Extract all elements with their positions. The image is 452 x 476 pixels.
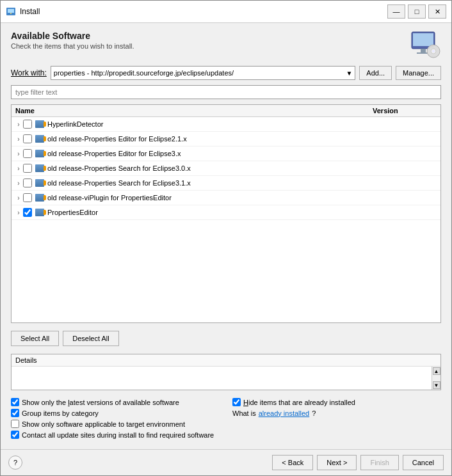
list-items-container: › HyperlinkDetector › old release-Proper… bbox=[12, 117, 440, 220]
details-section: Details ▲ ▼ bbox=[11, 354, 441, 390]
list-header: Name Version bbox=[12, 105, 440, 117]
options-row-2: Group items by category What is already … bbox=[11, 409, 441, 417]
show-latest-option: Show only the latest versions of availab… bbox=[11, 398, 220, 406]
svg-rect-1 bbox=[8, 9, 14, 13]
next-button[interactable]: Next > bbox=[317, 455, 357, 470]
item-name: old release-Properties Editor for Eclips… bbox=[47, 135, 374, 143]
work-with-dropdown[interactable]: properties - http://propedit.sourceforge… bbox=[51, 66, 356, 80]
list-item: › old release-Properties Editor for Ecli… bbox=[12, 132, 440, 147]
group-by-category-checkbox[interactable] bbox=[11, 409, 19, 417]
software-list: Name Version › HyperlinkDetector › old r… bbox=[11, 104, 441, 323]
hide-installed-option: Hide items that are already installed bbox=[232, 398, 441, 406]
col-version-header: Version bbox=[373, 107, 437, 115]
svg-point-2 bbox=[10, 13, 12, 14]
item-name: HyperlinkDetector bbox=[47, 120, 374, 128]
dropdown-arrow-icon: ▼ bbox=[346, 70, 352, 77]
details-scrollbar[interactable]: ▲ ▼ bbox=[432, 367, 440, 390]
expand-arrow-icon[interactable]: › bbox=[14, 165, 23, 172]
plugin-icon bbox=[35, 193, 45, 203]
item-checkbox[interactable] bbox=[23, 208, 32, 217]
expand-arrow-icon[interactable]: › bbox=[14, 180, 23, 187]
expand-arrow-icon[interactable]: › bbox=[14, 121, 23, 128]
deselect-all-button[interactable]: Deselect All bbox=[63, 331, 118, 346]
scroll-down-button[interactable]: ▼ bbox=[433, 381, 440, 389]
list-item: › old release-Properties Editor for Ecli… bbox=[12, 147, 440, 161]
group-by-category-label[interactable]: Group items by category bbox=[22, 409, 99, 417]
header-icon bbox=[408, 31, 441, 61]
back-button[interactable]: < Back bbox=[272, 455, 313, 470]
window-controls: — □ ✕ bbox=[387, 4, 446, 19]
show-applicable-label[interactable]: Show only software applicable to target … bbox=[22, 420, 185, 428]
show-latest-checkbox[interactable] bbox=[11, 398, 19, 406]
item-name: old release-Properties Search for Eclips… bbox=[47, 179, 374, 187]
hide-installed-label[interactable]: Hide items that are already installed bbox=[243, 399, 355, 406]
contact-update-option: Contact all update sites during install … bbox=[11, 431, 441, 439]
title-bar: Install — □ ✕ bbox=[1, 1, 451, 23]
item-checkbox[interactable] bbox=[23, 134, 32, 143]
help-button[interactable]: ? bbox=[8, 456, 22, 470]
item-name: old release-Properties Search for Eclips… bbox=[47, 164, 374, 172]
expand-arrow-icon[interactable]: › bbox=[14, 150, 23, 157]
header-section: Available Software Check the items that … bbox=[11, 31, 441, 61]
item-checkbox[interactable] bbox=[23, 120, 32, 129]
item-checkbox[interactable] bbox=[23, 149, 32, 158]
show-latest-label[interactable]: Show only the latest versions of availab… bbox=[22, 399, 179, 406]
item-checkbox[interactable] bbox=[23, 193, 32, 202]
scroll-up-button[interactable]: ▲ bbox=[433, 367, 440, 375]
plugin-icon bbox=[35, 134, 45, 144]
list-item: › PropertiesEditor bbox=[12, 205, 440, 220]
already-installed-suffix: ? bbox=[312, 409, 316, 417]
plugin-icon bbox=[35, 119, 45, 129]
already-installed-item: What is already installed ? bbox=[232, 409, 441, 417]
options-section: Show only the latest versions of availab… bbox=[11, 395, 441, 441]
work-with-value: properties - http://propedit.sourceforge… bbox=[54, 69, 234, 77]
plugin-icon bbox=[35, 178, 45, 188]
svg-rect-5 bbox=[421, 49, 426, 52]
select-all-button[interactable]: Select All bbox=[11, 331, 59, 346]
show-applicable-checkbox[interactable] bbox=[11, 420, 19, 428]
select-buttons-row: Select All Deselect All bbox=[11, 328, 441, 349]
list-item: › old release-Properties Search for Ecli… bbox=[12, 161, 440, 176]
group-by-category-option: Group items by category bbox=[11, 409, 220, 417]
item-name: old release-Properties Editor for Eclips… bbox=[47, 150, 374, 157]
expand-arrow-icon[interactable]: › bbox=[14, 136, 23, 143]
list-item: › old release-viPlugin for PropertiesEdi… bbox=[12, 191, 440, 205]
item-checkbox[interactable] bbox=[23, 164, 32, 173]
window-title: Install bbox=[20, 7, 387, 16]
expand-arrow-icon[interactable]: › bbox=[14, 209, 23, 216]
work-with-label: Work with: bbox=[11, 68, 47, 77]
details-label: Details bbox=[12, 354, 440, 367]
expand-arrow-icon[interactable]: › bbox=[14, 194, 23, 202]
plugin-icon bbox=[35, 163, 45, 173]
add-button[interactable]: Add... bbox=[359, 66, 392, 80]
main-content: Available Software Check the items that … bbox=[1, 23, 451, 449]
show-applicable-option: Show only software applicable to target … bbox=[11, 420, 441, 428]
contact-update-checkbox[interactable] bbox=[11, 431, 19, 439]
svg-point-9 bbox=[432, 50, 435, 52]
finish-button[interactable]: Finish bbox=[360, 455, 398, 470]
maximize-button[interactable]: □ bbox=[408, 4, 426, 19]
list-item: › old release-Properties Search for Ecli… bbox=[12, 176, 440, 191]
already-installed-prefix: What is bbox=[232, 409, 256, 417]
item-name: old release-viPlugin for PropertiesEdito… bbox=[47, 194, 374, 202]
subtitle: Check the items that you wish to install… bbox=[11, 42, 134, 50]
item-name: PropertiesEditor bbox=[47, 209, 374, 216]
cancel-button[interactable]: Cancel bbox=[403, 455, 444, 470]
item-checkbox[interactable] bbox=[23, 178, 32, 187]
manage-button[interactable]: Manage... bbox=[396, 66, 441, 80]
hide-installed-checkbox[interactable] bbox=[232, 398, 241, 406]
options-row-3: Show only software applicable to target … bbox=[11, 420, 441, 428]
work-with-row: Work with: properties - http://propedit.… bbox=[11, 66, 441, 80]
minimize-button[interactable]: — bbox=[387, 4, 405, 19]
footer: ? < Back Next > Finish Cancel bbox=[1, 449, 451, 475]
plugin-icon bbox=[35, 148, 45, 159]
window-icon bbox=[6, 6, 16, 17]
svg-rect-4 bbox=[413, 33, 433, 46]
col-name-header: Name bbox=[15, 107, 373, 115]
details-content: ▲ ▼ bbox=[12, 367, 440, 390]
filter-input[interactable] bbox=[11, 85, 441, 99]
close-button[interactable]: ✕ bbox=[428, 4, 446, 19]
options-row-1: Show only the latest versions of availab… bbox=[11, 398, 441, 406]
contact-update-label[interactable]: Contact all update sites during install … bbox=[22, 431, 214, 439]
already-installed-link[interactable]: already installed bbox=[259, 409, 310, 417]
